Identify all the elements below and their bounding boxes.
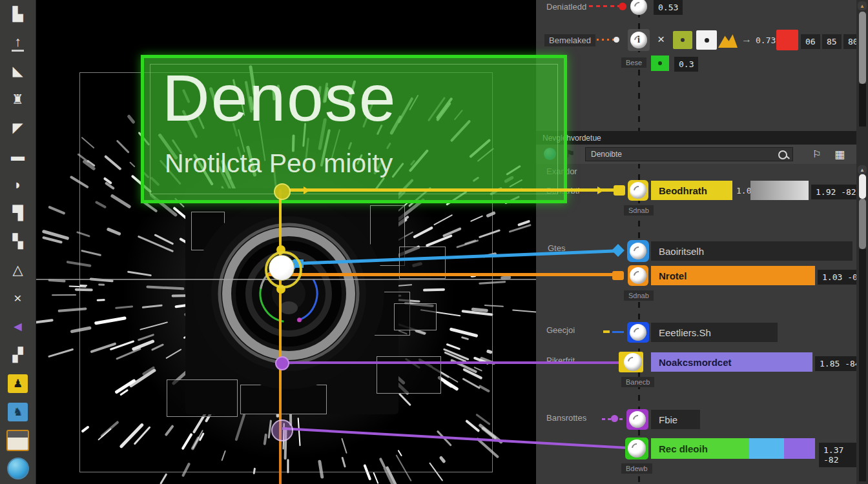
pointer-icon[interactable]: ⚐ [812,148,821,160]
purple-handle-dot[interactable] [275,356,289,370]
violet-segment[interactable] [784,438,815,459]
white-swatch[interactable] [696,30,717,50]
tracker-swatch-icon: ♞ [8,403,28,421]
param-bar-dark[interactable]: Fbie [651,410,700,429]
scroll-thumb-gray[interactable] [859,199,866,249]
tool-column: ▙ ↑ ◣ ♜ ◤ ▬ ◗ ▜ ▚ △ × ◄ ▞ ♟ ♞ [0,0,36,484]
value-text[interactable]: 0.73 [756,35,776,45]
magnifier-icon[interactable] [778,150,787,159]
value-chip[interactable]: 0.3 [674,57,698,72]
mask-tool-icon: ◗ [14,177,22,192]
info-node-circle[interactable]: i [630,32,647,48]
select-cursor-icon: ◄ [11,319,25,334]
merge-tool-icon: △ [12,262,23,277]
world-tool[interactable] [4,454,32,483]
cut-tool[interactable]: × [4,284,32,312]
param-bar-violet[interactable]: Noakcsmordcet [651,352,812,372]
node-circle[interactable] [630,182,646,199]
hand-tool[interactable]: ▞ [4,341,32,369]
purple-node[interactable] [626,409,648,430]
scroll-thumb[interactable] [859,12,866,84]
gradient-swatch[interactable] [750,181,809,200]
scroll-thumb-light[interactable] [859,174,866,199]
export-tool[interactable]: ↑ [4,28,32,57]
purple-soft-handle[interactable] [271,419,293,441]
swatch-dot [705,38,709,43]
param-bar-dark[interactable]: Eeetliers.Sh [651,323,778,342]
yellow-knob[interactable] [614,185,625,196]
node-tag: Bese [621,57,646,68]
transform-handle[interactable] [269,255,294,281]
green-swatch[interactable] [651,55,669,71]
clone-tool[interactable]: ▙ [4,0,32,28]
magnifier-handle [786,156,790,159]
red-swatch[interactable] [776,30,798,50]
select-cursor-tool[interactable]: ◄ [4,312,32,341]
media-swatch-icon [6,430,29,451]
rgb-value[interactable]: 85 [822,34,842,49]
merge-tool[interactable]: △ [4,256,32,284]
grid-icon[interactable]: ▦ [834,148,845,161]
roto-swatch-icon: ♟ [8,374,28,393]
blue-node[interactable] [627,240,649,262]
swatch-dot [658,61,662,65]
node-circle[interactable] [630,267,646,284]
orange-connector-line [266,273,620,276]
media-tool[interactable] [4,426,32,454]
separator-tool[interactable]: ▬ [4,142,32,170]
yellow-arrow [304,187,310,194]
node-circle[interactable] [624,353,642,371]
orange-node[interactable] [628,265,648,286]
search-input[interactable] [586,148,752,159]
param-label: Bansrottes [546,413,586,423]
purple-knob[interactable] [611,415,618,422]
value-chip[interactable]: 0.53 [654,0,683,15]
red-dashed-connector [589,5,620,7]
stamp-tool[interactable]: ▚ [4,227,32,256]
node-circle[interactable] [628,439,646,458]
rgb-value[interactable]: 06 [801,34,820,49]
noise-streak [52,294,76,296]
tools-icon[interactable]: × [657,32,665,46]
deep-blue-node[interactable] [627,322,649,343]
green-segment[interactable]: Rec dleoih [651,438,749,459]
camera-rig-tool[interactable]: ♜ [4,85,32,114]
scroll-track[interactable] [859,84,866,126]
blue-segment[interactable] [749,438,784,459]
panel-header: Nevglehvordetue [536,131,868,145]
crop-tool[interactable]: ◣ [4,57,32,85]
scroll-track-2[interactable] [859,249,866,481]
green-node[interactable] [625,438,648,459]
param-label: Geecjoi [546,325,575,335]
flag-icon[interactable]: ⚑ [566,148,575,160]
param-bar-orange[interactable]: Nrotel [651,266,815,285]
value-text[interactable]: 1.0 [736,186,751,196]
yellow-node[interactable] [628,180,648,201]
camera-rig-icon: ♜ [12,92,24,107]
red-knob[interactable] [619,3,626,10]
yellow-anchor-handle[interactable] [274,183,291,200]
param-bar-yellow[interactable]: Beodhrath [651,181,732,200]
yellow-dash [603,330,610,333]
noise-streak [48,206,65,215]
white-knob[interactable] [614,37,619,43]
node-circle[interactable] [630,0,647,15]
mask-tool[interactable]: ◗ [4,170,32,199]
roto-tool[interactable]: ♟ [4,369,32,398]
node-circle[interactable] [630,324,646,341]
multi-segment-bar[interactable]: Rec dleoih [651,438,815,459]
node-circle[interactable] [629,411,646,428]
tracker-tool[interactable]: ♞ [4,398,32,426]
info-glyph: i [637,35,640,45]
node-frame[interactable]: i [628,29,650,51]
overlay-title: Denose [162,61,397,136]
olive-swatch[interactable] [673,31,692,49]
param-bar-dark[interactable]: Baoiritselh [651,241,852,261]
node-circle[interactable] [630,243,646,259]
transform-tool[interactable]: ▜ [4,199,32,227]
rotate-tool[interactable]: ◤ [4,114,32,142]
scroll-up-icon[interactable]: ▲ [858,1,867,10]
orange-knob[interactable] [612,271,624,280]
scroll-up-icon-2[interactable]: ▲ [858,165,867,174]
value-chip[interactable]: 1.92 -82 [811,185,861,199]
